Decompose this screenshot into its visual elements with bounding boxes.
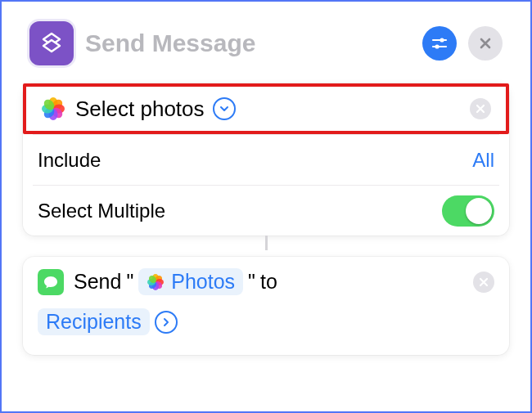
remove-send-action-button[interactable] xyxy=(473,272,494,293)
chevron-down-icon xyxy=(219,103,230,114)
send-close-quote: " xyxy=(248,270,255,294)
select-photos-row[interactable]: Select photos xyxy=(23,83,509,134)
send-open-quote: " xyxy=(126,270,133,294)
header: Send Message xyxy=(23,15,509,77)
recipients-variable-pill[interactable]: Recipients xyxy=(38,308,150,335)
settings-button[interactable] xyxy=(422,26,457,61)
photos-flower-icon xyxy=(41,97,65,121)
send-prefix: Send xyxy=(74,270,121,294)
photos-variable-pill[interactable]: Photos xyxy=(138,268,243,295)
expand-send-button[interactable] xyxy=(155,311,178,334)
remove-action-button[interactable] xyxy=(470,98,491,119)
page-title: Send Message xyxy=(85,29,411,57)
include-label: Include xyxy=(38,149,101,172)
select-multiple-row: Select Multiple xyxy=(33,185,499,236)
recipients-variable-label: Recipients xyxy=(46,310,142,334)
messages-icon xyxy=(38,269,64,295)
svg-point-3 xyxy=(435,44,439,48)
expand-options-button[interactable] xyxy=(213,97,236,120)
include-value: All xyxy=(472,149,494,172)
include-row[interactable]: Include All xyxy=(33,134,499,185)
close-button[interactable] xyxy=(468,26,503,61)
photos-variable-label: Photos xyxy=(171,270,235,294)
send-row[interactable]: Send " Photos " to Recipients xyxy=(23,257,509,347)
select-photos-label: Select photos xyxy=(75,97,205,122)
select-photos-action-card: Select photos Include All Select Multipl… xyxy=(23,83,509,236)
select-multiple-label: Select Multiple xyxy=(38,200,165,222)
svg-point-1 xyxy=(440,38,444,42)
action-connector xyxy=(23,236,509,250)
remove-icon xyxy=(476,104,485,114)
send-to: to xyxy=(260,270,277,294)
shortcuts-app-icon xyxy=(29,21,74,65)
select-multiple-toggle[interactable] xyxy=(442,195,494,227)
close-icon xyxy=(479,37,492,50)
sliders-icon xyxy=(431,34,449,52)
toggle-knob xyxy=(466,198,492,224)
send-message-action-card: Send " Photos " to Recipients xyxy=(23,257,509,355)
photos-flower-icon xyxy=(147,273,165,291)
remove-icon xyxy=(479,277,489,287)
arrow-right-icon xyxy=(160,316,172,328)
